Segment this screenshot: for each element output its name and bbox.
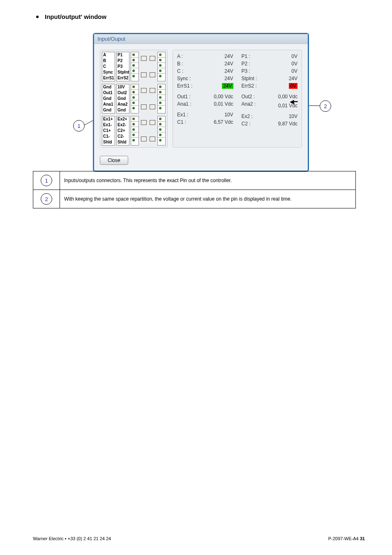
relay-icon bbox=[141, 120, 147, 125]
status-row: C1 :6,57 Vdc bbox=[177, 119, 233, 125]
connector-block-3: Ex1+ Ex1- C1+ C1- Shld Ex2+ Ex2- C2+ C2-… bbox=[102, 116, 166, 146]
pin-label: Gnd bbox=[117, 96, 129, 102]
relay-icon bbox=[150, 72, 155, 77]
bullet-icon bbox=[36, 16, 39, 18]
status-value: 0V bbox=[289, 83, 297, 89]
status-value: 9,87 Vdc bbox=[278, 121, 297, 127]
pin-label: Gnd bbox=[102, 107, 115, 113]
pin-label: Ana2 bbox=[117, 102, 129, 107]
status-row: StpInt :24V bbox=[242, 76, 298, 81]
legend-text-cell: Inputs/outputs connectors. This represen… bbox=[60, 171, 356, 190]
pin-label: Ex2+ bbox=[117, 116, 129, 122]
page-heading: Input/output' window bbox=[45, 13, 106, 20]
terminals bbox=[157, 116, 166, 146]
labels-right-2: 10V Out2 Gnd Ana2 Gnd bbox=[116, 84, 129, 113]
status-row: P3 :0V bbox=[242, 68, 298, 74]
pin-label: Shld bbox=[102, 139, 115, 145]
status-label: A : bbox=[177, 53, 183, 59]
pin-label: A bbox=[102, 52, 115, 58]
pin-label: Sync bbox=[102, 69, 115, 75]
status-row: P2 :0V bbox=[242, 61, 298, 67]
status-label: P3 : bbox=[242, 68, 250, 74]
terminals bbox=[131, 84, 139, 113]
status-label: Sync : bbox=[177, 76, 191, 81]
status-value: 0V bbox=[291, 53, 297, 59]
pin-label: 10V bbox=[117, 84, 129, 90]
relay-icon bbox=[141, 56, 147, 61]
pin-label: Out2 bbox=[117, 90, 129, 96]
status-col-left: A :24VB :24VC :24VSync :24VErrS1 :24V Ou… bbox=[177, 53, 233, 144]
labels-right-1: P1 P2 P3 StpInt ErrS2 bbox=[116, 52, 129, 81]
status-value: 0,01 Vdc bbox=[214, 101, 233, 107]
status-label: P2 : bbox=[242, 61, 250, 67]
status-label: Ex1 : bbox=[177, 112, 188, 118]
legend-callout-2: 2 bbox=[41, 193, 52, 205]
status-label: Ana2 : bbox=[242, 101, 256, 109]
close-button[interactable]: Close bbox=[100, 156, 128, 165]
status-label: P1 : bbox=[242, 53, 250, 59]
labels-left-2: Gnd Out1 Gnd Ana1 Gnd bbox=[102, 84, 115, 113]
pin-label: C2+ bbox=[117, 128, 129, 134]
pin-label: Ex1- bbox=[102, 122, 115, 128]
status-label: ErrS2 : bbox=[242, 83, 257, 89]
relay-icon bbox=[141, 104, 147, 109]
terminals bbox=[157, 52, 166, 81]
status-row: ErrS1 :24V bbox=[177, 83, 233, 89]
pin-label: Gnd bbox=[117, 107, 129, 113]
pin-label: Ex1+ bbox=[102, 116, 115, 122]
pin-label: Shld bbox=[117, 139, 129, 145]
relay-icon bbox=[150, 136, 155, 141]
terminals bbox=[131, 52, 139, 81]
pin-label: Ana1 bbox=[102, 102, 115, 107]
status-label: Ex2 : bbox=[242, 113, 253, 119]
status-row: Sync :24V bbox=[177, 76, 233, 81]
legend-callout-1-num: 1 bbox=[45, 178, 48, 184]
status-col-right: P1 :0VP2 :0VP3 :0VStpInt :24VErrS2 :0V O… bbox=[242, 53, 298, 144]
status-panel: A :24VB :24VC :24VSync :24VErrS1 :24V Ou… bbox=[173, 50, 302, 148]
legend-callout-2-num: 2 bbox=[45, 196, 48, 202]
status-row: Out2 :0,00 Vdc bbox=[242, 94, 298, 99]
pin-label: C1+ bbox=[102, 128, 115, 134]
pin-label: ErrS2 bbox=[117, 75, 129, 81]
status-value: 0,00 Vdc bbox=[214, 94, 233, 99]
callout-2: 2 bbox=[320, 100, 331, 112]
status-label: C2 : bbox=[242, 121, 251, 127]
status-row: A :24V bbox=[177, 53, 233, 59]
status-value: 0,01 Vdc bbox=[278, 103, 297, 109]
status-label: StpInt : bbox=[242, 76, 257, 81]
status-row: C :24V bbox=[177, 68, 233, 74]
connector-block-1: A B C Sync ErrS1 P1 P2 P3 StpInt ErrS2 bbox=[102, 52, 166, 81]
window-body: A B C Sync ErrS1 P1 P2 P3 StpInt ErrS2 bbox=[94, 44, 308, 153]
terminals bbox=[157, 84, 166, 113]
pin-label: P3 bbox=[117, 64, 129, 69]
status-value: 24V bbox=[224, 61, 233, 67]
footer-doc-id: P-2097-WE-A4 bbox=[328, 536, 360, 541]
relay-icon bbox=[150, 120, 155, 125]
status-value: 0V bbox=[291, 68, 297, 74]
legend-callout-1: 1 bbox=[41, 175, 52, 186]
footer-page-num: 31 bbox=[360, 536, 365, 541]
pin-label: C2- bbox=[117, 134, 129, 139]
status-row: C2 :9,87 Vdc bbox=[242, 121, 298, 127]
status-label: Ana1 : bbox=[177, 101, 191, 107]
pin-label: C1- bbox=[102, 134, 115, 139]
status-row: ErrS2 :0V bbox=[242, 83, 298, 89]
legend-num-cell: 1 bbox=[33, 171, 60, 190]
relay-icons bbox=[140, 52, 148, 81]
relay-icons bbox=[140, 116, 148, 146]
relay-icon bbox=[141, 88, 147, 93]
callout-2-num: 2 bbox=[324, 103, 327, 109]
status-value: 10V bbox=[289, 113, 297, 119]
pin-label: Gnd bbox=[102, 96, 115, 102]
input-output-window: Input/Ouput A B C Sync ErrS1 P1 P2 P3 bbox=[93, 33, 309, 172]
pin-label: Gnd bbox=[102, 84, 115, 90]
pin-label: P1 bbox=[117, 52, 129, 58]
pin-label: StpInt bbox=[117, 69, 129, 75]
relay-icon bbox=[150, 88, 155, 93]
status-value: 24V bbox=[224, 68, 233, 74]
labels-left-3: Ex1+ Ex1- C1+ C1- Shld bbox=[102, 116, 115, 146]
legend-row: 1 Inputs/outputs connectors. This repres… bbox=[33, 171, 356, 190]
status-row: Ana1 :0,01 Vdc bbox=[177, 101, 233, 107]
status-row: B :24V bbox=[177, 61, 233, 67]
status-value: 24V bbox=[224, 76, 233, 81]
